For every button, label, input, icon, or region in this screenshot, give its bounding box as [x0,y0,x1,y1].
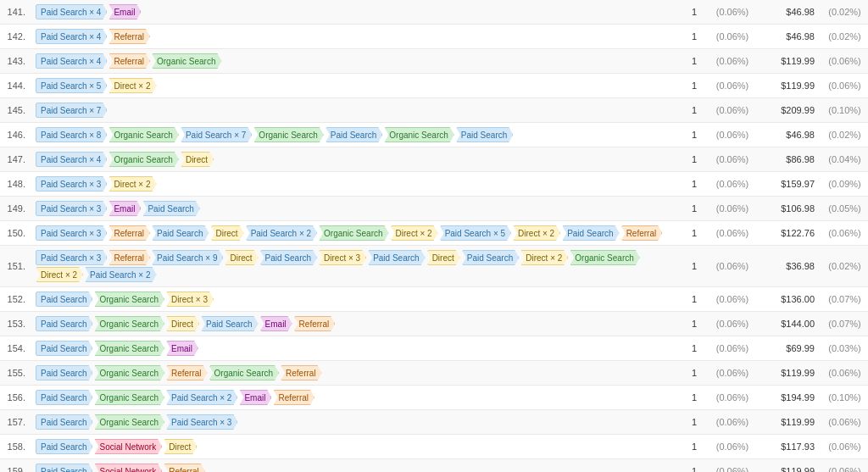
row-number: 143. [0,56,32,66]
revenue: $36.98 [758,261,821,271]
channel-tag: Referral [164,464,205,472]
revenue: $46.98 [758,31,821,42]
row-number: 147. [0,154,32,164]
revenue-pct: (0.07%) [821,294,868,304]
row-path: Paid Search × 4Organic SearchDirect [32,150,682,169]
sessions-count: 1 [682,7,707,17]
sessions-pct: (0.06%) [707,466,758,472]
channel-tag: Paid Search × 4 [36,29,107,44]
channel-tag: Paid Search × 9 [152,250,223,265]
channel-tag: Organic Search [319,225,388,241]
conversion-paths-table: 141.Paid Search × 4Email1(0.06%)$46.98(0… [0,0,868,472]
sessions-pct: (0.06%) [707,294,758,304]
channel-tag: Paid Search × 7 [181,127,252,142]
row-number: 152. [0,294,32,304]
channel-tag: Paid Search [142,201,199,216]
sessions-pct: (0.06%) [707,81,758,91]
table-row: 144.Paid Search × 5Direct × 21(0.06%)$11… [0,74,868,98]
channel-tag: Paid Search × 4 [36,152,107,167]
row-stats: 1(0.06%)$209.99(0.10%) [682,105,868,115]
sessions-count: 1 [682,417,707,427]
table-row: 159.Paid SearchSocial NetworkReferral1(0… [0,459,868,472]
table-row: 141.Paid Search × 4Email1(0.06%)$46.98(0… [0,0,868,25]
sessions-count: 1 [682,179,707,189]
sessions-pct: (0.06%) [707,392,758,403]
channel-tag: Paid Search [201,316,258,331]
channel-tag: Paid Search [462,250,519,265]
row-number: 151. [0,261,32,271]
channel-tag: Direct [181,152,214,167]
revenue-pct: (0.07%) [821,319,868,329]
channel-tag: Paid Search × 4 [36,53,107,69]
channel-tag: Paid Search [456,127,513,142]
row-number: 145. [0,105,32,115]
channel-tag: Organic Search [94,292,164,307]
channel-tag: Organic Search [253,127,323,142]
row-path: Paid SearchOrganic SearchPaid Search × 2… [32,388,682,407]
channel-tag: Paid Search [36,390,92,405]
row-number: 142. [0,31,32,42]
channel-tag: Organic Search [94,414,164,430]
revenue-pct: (0.06%) [821,466,868,472]
channel-tag: Paid Search [36,439,92,454]
revenue: $46.98 [758,130,821,140]
revenue-pct: (0.10%) [821,105,868,115]
channel-tag: Paid Search [36,365,92,380]
revenue: $194.99 [758,392,821,403]
row-stats: 1(0.06%)$122.76(0.06%) [682,228,868,238]
channel-tag: Paid Search × 4 [36,4,107,19]
row-path: Paid SearchSocial NetworkDirect [32,437,682,456]
row-path: Paid SearchSocial NetworkReferral [32,462,682,472]
sessions-pct: (0.06%) [707,130,758,140]
table-row: 157.Paid SearchOrganic SearchPaid Search… [0,410,868,435]
revenue-pct: (0.06%) [821,228,868,238]
table-row: 148.Paid Search × 3Direct × 21(0.06%)$15… [0,172,868,197]
channel-tag: Social Network [94,439,162,454]
table-row: 154.Paid SearchOrganic SearchEmail1(0.06… [0,336,868,361]
revenue: $119.99 [758,56,821,66]
row-stats: 1(0.06%)$69.99(0.03%) [682,343,868,353]
row-number: 154. [0,343,32,353]
channel-tag: Paid Search [36,316,92,331]
channel-tag: Paid Search × 8 [36,127,107,142]
revenue: $119.99 [758,368,821,378]
row-number: 159. [0,466,32,472]
revenue: $119.99 [758,466,821,472]
channel-tag: Paid Search × 3 [36,225,107,241]
revenue: $119.99 [758,81,821,91]
table-row: 152.Paid SearchOrganic SearchDirect × 31… [0,287,868,312]
row-path: Paid Search × 4ReferralOrganic Search [32,52,682,70]
sessions-count: 1 [682,343,707,353]
sessions-count: 1 [682,294,707,304]
channel-tag: Direct × 2 [391,225,438,241]
row-number: 149. [0,203,32,214]
channel-tag: Organic Search [94,316,164,331]
channel-tag: Organic Search [94,341,164,356]
channel-tag: Paid Search × 7 [36,103,107,118]
channel-tag: Paid Search [326,127,382,142]
row-stats: 1(0.06%)$119.99(0.06%) [682,368,868,378]
revenue: $69.99 [758,343,821,353]
sessions-pct: (0.06%) [707,319,758,329]
row-stats: 1(0.06%)$46.98(0.02%) [682,130,868,140]
channel-tag: Paid Search [36,464,92,472]
revenue-pct: (0.02%) [821,261,868,271]
sessions-pct: (0.06%) [707,31,758,42]
row-number: 156. [0,392,32,403]
table-row: 155.Paid SearchOrganic SearchReferralOrg… [0,361,868,386]
row-path: Paid Search × 3ReferralPaid Search × 9Di… [32,248,682,284]
revenue: $144.00 [758,319,821,329]
channel-tag: Organic Search [209,365,279,380]
row-number: 158. [0,441,32,452]
channel-tag: Direct [211,225,244,241]
revenue-pct: (0.02%) [821,7,868,17]
channel-tag: Paid Search × 2 [166,390,237,405]
channel-tag: Organic Search [94,365,164,380]
channel-tag: Organic Search [94,390,164,405]
channel-tag: Email [260,316,292,331]
channel-tag: Direct [164,439,197,454]
channel-tag: Paid Search × 2 [246,225,317,241]
row-number: 157. [0,417,32,427]
channel-tag: Paid Search [36,292,92,307]
sessions-count: 1 [682,105,707,115]
